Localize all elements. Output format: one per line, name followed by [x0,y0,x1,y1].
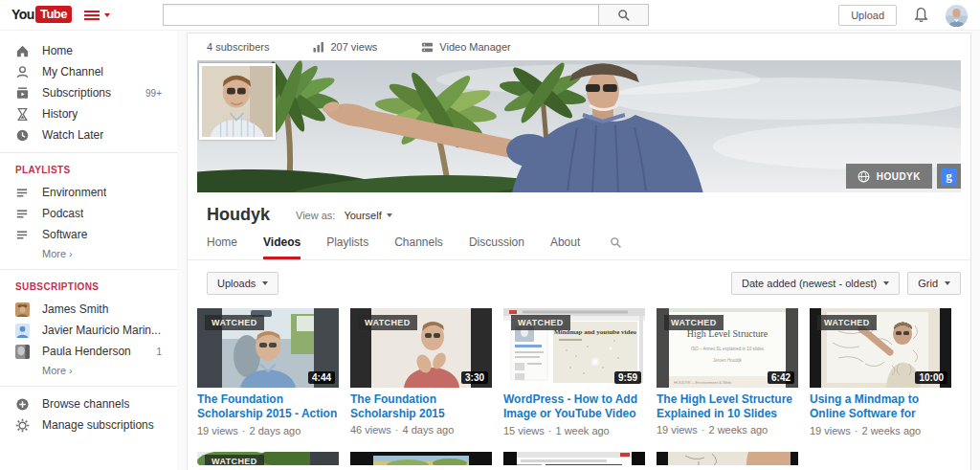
sidebar-item-home[interactable]: Home [0,40,177,61]
video-card-5[interactable]: WATCHED 10:00 Using a Mindmap to Online … [810,308,951,436]
view-as-dropdown[interactable]: Yourself [344,210,391,221]
video-meta: 19 views·2 weeks ago [657,424,798,436]
meta-separator: · [548,425,552,436]
youtube-channel-page: You Tube Upload Home My Chan [0,0,980,470]
sidebar-subscription-paula-henderson[interactable]: Paula Henderson 1 [0,341,177,362]
video-thumbnail[interactable]: WATCHED 10:00 [810,308,951,388]
video-age: 4 days ago [402,424,454,436]
sidebar-item-subscriptions[interactable]: Subscriptions 99+ [0,82,177,103]
video-duration: 6:42 [768,371,794,384]
sort-dropdown[interactable]: Date added (newest - oldest) [731,272,900,295]
sidebar-divider [0,152,177,153]
google-plus-icon: g [941,168,957,185]
view-mode-dropdown[interactable]: Grid [907,272,961,295]
view-count-label: 207 views [330,41,377,53]
video-card-8[interactable] [503,452,645,465]
video-card-1[interactable]: WATCHED 4:44 The Foundation Scholarship … [197,308,339,436]
gear-icon [15,418,30,433]
account-avatar[interactable] [946,5,968,27]
video-title[interactable]: The Foundation Scholarship 2015 [350,392,492,421]
uploads-dropdown-label: Uploads [217,278,256,289]
history-icon [15,107,30,122]
subscriptions-count-badge: 99+ [145,88,162,99]
sidebar-item-label: Watch Later [42,128,103,142]
banner-badge-label: HOUDYK [877,171,921,182]
video-duration: 10:00 [915,371,947,384]
meta-separator: · [242,425,246,436]
logo-you-text: You [11,7,34,22]
video-thumbnail[interactable]: Mindmap and youtube video WATCHED 9:59 [503,308,645,388]
video-card-7[interactable] [350,452,492,465]
playlists-more-link[interactable]: More › [0,245,177,262]
channel-content: 4 subscribers 207 views Video Manager [187,33,971,470]
tab-about[interactable]: About [550,235,580,259]
video-thumbnail[interactable]: WATCHED 4:44 [197,308,339,388]
person-icon [15,65,30,79]
sidebar-subscription-james-smith[interactable]: James Smith [0,299,177,320]
playlists-section-header: PLAYLISTS [0,160,177,182]
channel-stats-bar: 4 subscribers 207 views Video Manager [188,34,970,60]
meta-separator: · [702,424,705,436]
subscriber-count: 4 subscribers [207,41,269,53]
video-card-4[interactable]: High Level Structure ISO – Annex SL expl… [657,308,798,436]
video-card-2[interactable]: WATCHED 3:30 The Foundation Scholarship … [350,308,492,436]
video-manager-link[interactable]: Video Manager [421,41,510,54]
video-title[interactable]: The Foundation Scholarship 2015 - Action… [197,392,339,422]
uploads-dropdown[interactable]: Uploads [207,272,278,295]
chevron-down-icon [883,281,889,285]
video-title[interactable]: WordPress - How to Add Image or YouTube … [503,392,645,422]
search-input[interactable] [163,4,598,26]
channel-search-button[interactable] [610,235,622,259]
upload-button[interactable]: Upload [838,5,897,26]
sidebar-playlist-podcast[interactable]: Podcast [0,203,177,224]
sidebar-divider [0,386,177,387]
bell-icon[interactable] [913,7,929,24]
slide-author: Jeroen Houdijk [713,358,743,363]
view-as-value: Yourself [344,210,381,221]
tab-discussion[interactable]: Discussion [469,235,524,259]
watched-badge: WATCHED [205,315,264,330]
subscriber-count-label: 4 subscribers [207,41,269,53]
sidebar-playlist-software[interactable]: Software [0,224,177,245]
sidebar-browse-channels[interactable]: Browse channels [0,393,177,414]
tab-videos[interactable]: Videos [263,235,301,259]
chevron-down-icon [387,213,392,217]
banner-channel-badge[interactable]: HOUDYK [846,164,932,189]
video-meta: 19 views·2 days ago [197,425,339,436]
sidebar-item-label: Software [42,228,87,241]
video-views: 46 views [350,424,391,436]
sidebar-item-watch-later[interactable]: Watch Later [0,124,177,145]
sidebar-manage-subscriptions[interactable]: Manage subscriptions [0,414,177,436]
sidebar-item-label: Subscriptions [42,86,111,100]
video-card-6[interactable]: WATCHED [197,452,339,465]
video-card-9[interactable] [657,452,798,465]
tab-playlists[interactable]: Playlists [326,235,368,259]
subscriptions-more-link[interactable]: More › [0,362,177,379]
watched-badge: WATCHED [817,315,877,330]
channel-avatar [15,324,30,338]
search-button[interactable] [598,4,649,26]
sidebar-item-history[interactable]: History [0,103,177,124]
channel-tabs: Home Videos Playlists Channels Discussio… [188,234,970,260]
sidebar-item-label: Environment [42,186,106,199]
video-title[interactable]: Using a Mindmap to Online Software for E… [810,392,951,422]
sidebar-subscription-javier[interactable]: Javier Mauricio Marin... [0,320,177,341]
new-items-badge: 1 [156,347,162,357]
tab-channels[interactable]: Channels [394,235,443,259]
sidebar-item-label: History [42,107,78,121]
guide-menu-button[interactable] [84,11,110,20]
video-title[interactable]: The High Level Structure Explained in 10… [657,392,798,421]
video-duration: 3:30 [461,371,488,384]
playlist-icon [15,186,30,200]
sidebar-playlist-environment[interactable]: Environment [0,182,177,203]
subscriptions-section-header: SUBSCRIPTIONS [0,277,177,299]
meta-separator: · [855,425,858,436]
video-thumbnail[interactable]: High Level Structure ISO – Annex SL expl… [657,308,798,388]
video-card-3[interactable]: Mindmap and youtube video WATCHED 9:59 W… [503,308,645,436]
video-thumbnail[interactable]: WATCHED 3:30 [350,308,492,388]
google-plus-link[interactable]: g [937,164,961,189]
search-icon [610,236,622,249]
youtube-logo[interactable]: You Tube [11,6,72,23]
tab-home[interactable]: Home [207,235,237,259]
sidebar-item-my-channel[interactable]: My Channel [0,61,177,82]
